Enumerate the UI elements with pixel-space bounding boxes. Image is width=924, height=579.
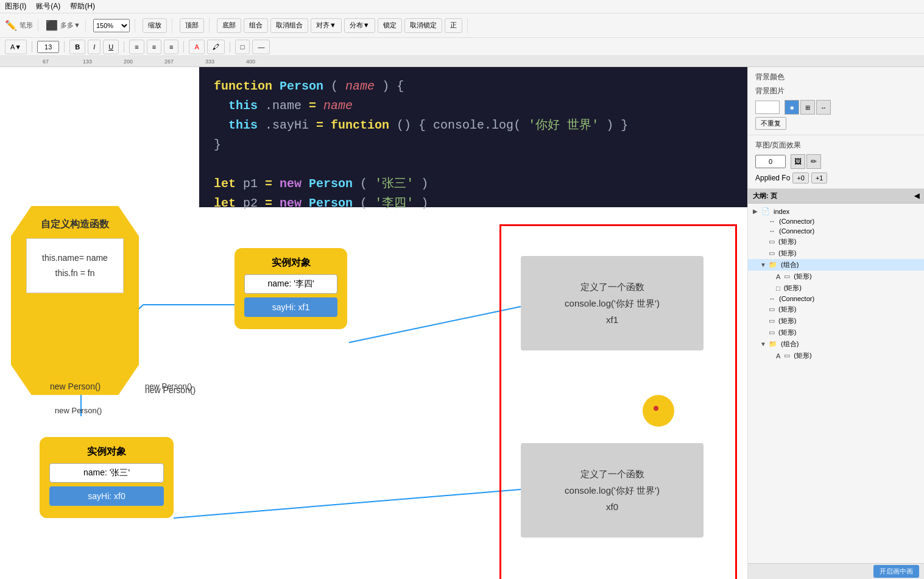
effect-icon-1[interactable]: 🖼 (791, 154, 805, 169)
layer-item-connector-1[interactable]: ↔ (Connector) (748, 216, 924, 226)
code-line-5 (214, 155, 733, 174)
instance1-name-field: name: '李四' (244, 274, 337, 294)
canvas-area[interactable]: function Person ( name ) { this .name = … (0, 67, 747, 579)
zoom-select[interactable]: 150% 100% 200% (93, 19, 130, 32)
tiling-btn-1[interactable]: ■ (785, 100, 799, 115)
svg-text:267: 267 (164, 59, 174, 65)
code-this-1: this (228, 99, 258, 113)
layer-item-connector-3[interactable]: ↔ (Connector) (748, 294, 924, 304)
function-box-bottom: 定义了一个函数 console.log('你好 世界') xf0 (521, 443, 704, 538)
code-new-2: new (280, 196, 309, 210)
instance2-method-btn[interactable]: sayHi: xf0 (49, 486, 164, 506)
collapse-arrow[interactable]: ◀ (914, 192, 919, 200)
instance1-method-btn[interactable]: sayHi: xf1 (244, 297, 337, 317)
instance1-box: 实例对象 name: '李四' sayHi: xf1 (235, 248, 347, 329)
layer-item-index[interactable]: ▶ 📄 index (748, 206, 924, 216)
line-style-btn[interactable]: — (252, 40, 270, 54)
code-paren-1-close: ) (421, 177, 428, 191)
right-panel: 背景颜色 背景图片 ■ ⊞ ↔ 不重复 草图/页面效果 🖼 ✏ (747, 67, 924, 579)
align-left-btn[interactable]: ≡ (129, 40, 144, 54)
function-text-top: 定义了一个函数 console.log('你好 世界') xf1 (565, 279, 660, 328)
toolbar-group-more: ⬛ 多多▼ (46, 20, 86, 31)
border-btn[interactable]: □ (235, 40, 250, 54)
effect-icon-2[interactable]: ✏ (806, 154, 821, 169)
layer-tree[interactable]: ▶ 📄 index ↔ (Connector) ↔ (Connector) ▭ … (748, 204, 924, 563)
layer-item-a-rect-2[interactable]: A ▭ (矩形) (748, 350, 924, 361)
right-btn[interactable]: 正 (445, 18, 462, 33)
code-brace-close: } (214, 138, 221, 152)
rect-icon-2: ▭ (769, 249, 775, 257)
format-toolbar: A▼ B I U ≡ ≡ ≡ A 🖍 □ — (0, 38, 924, 56)
toolbar-group-actions: 底部 组合 取消组合 对齐▼ 分布▼ 锁定 取消锁定 正 (217, 18, 468, 33)
bg-color-section: 背景颜色 背景图片 ■ ⊞ ↔ 不重复 (748, 67, 924, 135)
align-right-btn[interactable]: ≡ (164, 40, 178, 54)
top-btn[interactable]: 缩放 (143, 18, 167, 33)
tiling-btns: ■ ⊞ ↔ (785, 100, 831, 115)
tiling-btn-2[interactable]: ⊞ (800, 100, 815, 115)
color-btn[interactable]: A (189, 40, 204, 54)
bg-color-btn[interactable]: 🖍 (207, 40, 225, 54)
red-dot (654, 406, 658, 411)
bg-image-label: 背景图片 (755, 86, 917, 96)
code-paren-2: ( (360, 196, 367, 210)
lock-btn[interactable]: 锁定 (378, 18, 402, 33)
svg-text:200: 200 (124, 59, 133, 65)
svg-line-11 (174, 489, 521, 518)
layer-item-rect-2[interactable]: ▭ (矩形) (748, 247, 924, 259)
align-btn[interactable]: 对齐▼ (311, 18, 342, 33)
layer-item-rect-3[interactable]: □ (矩形) (748, 282, 924, 294)
ruler: 67 133 200 267 333 400 (0, 56, 924, 67)
svg-line-10 (349, 307, 521, 343)
layer-item-rect-5[interactable]: ▭ (矩形) (748, 315, 924, 327)
code-dot-name: .name (265, 99, 309, 113)
instance2-name-field: name: '张三' (49, 463, 164, 483)
font-size-input[interactable] (37, 41, 59, 53)
layer-label-connector-2: (Connector) (779, 227, 814, 235)
unlock-btn[interactable]: 取消锁定 (404, 18, 442, 33)
group-btn[interactable]: 组合 (244, 18, 268, 33)
code-dot-sayhi: .sayHi (265, 118, 316, 132)
depth-btn[interactable]: 底部 (217, 18, 241, 33)
pen-icon[interactable]: ✏️ (5, 20, 17, 31)
code-line-2: this .name = name (214, 96, 733, 116)
layer-item-a-rect-1[interactable]: A ▭ (矩形) (748, 271, 924, 282)
code-line-3: this .sayHi = function () { console.log(… (214, 116, 733, 135)
ungroup-btn[interactable]: 取消组合 (270, 18, 308, 33)
menu-bar: 图形(I) 账号(A) 帮助(H) (0, 0, 924, 13)
distribute-btn[interactable]: 分布▼ (344, 18, 375, 33)
bold-btn[interactable]: B (69, 40, 85, 54)
tiling-btn-3[interactable]: ↔ (816, 100, 831, 115)
layer-item-group-2[interactable]: ▼ 📁 (组合) (748, 338, 924, 350)
menu-item-help[interactable]: 帮助(H) (70, 1, 95, 12)
bg-color-swatch[interactable] (755, 101, 780, 114)
toolbar-group-pen: ✏️ 笔形 (5, 20, 38, 31)
layer-item-rect-1[interactable]: ▭ (矩形) (748, 236, 924, 247)
plus1-btn[interactable]: +1 (811, 172, 828, 183)
constructor-body-box: this.name= namethis.fn = fn (26, 238, 124, 293)
open-draw-btn[interactable]: 开启画中画 (873, 565, 919, 578)
svg-text:400: 400 (246, 59, 255, 65)
bottom-bar: 开启画中画 (748, 563, 924, 579)
more-icon[interactable]: ⬛ (46, 20, 58, 31)
underline-btn[interactable]: U (103, 40, 119, 54)
layer-label-a-rect-1: (矩形) (794, 272, 811, 281)
format-font-btn[interactable]: A▼ (5, 40, 27, 54)
align-center-btn[interactable]: ≡ (147, 40, 161, 54)
bottom-btn[interactable]: 顶部 (180, 18, 204, 33)
menu-item-figure[interactable]: 图形(I) (5, 1, 26, 12)
plus0-btn[interactable]: +0 (792, 172, 809, 183)
code-str-hello: '你好 世界' (528, 118, 599, 132)
layer-item-rect-6[interactable]: ▭ (矩形) (748, 327, 924, 338)
toolbar-group-bottom: 顶部 (180, 18, 210, 33)
menu-item-account[interactable]: 账号(A) (36, 1, 60, 12)
layer-item-group-1[interactable]: ▼ 📁 (组合) (748, 259, 924, 271)
expand-index: ▶ (753, 208, 759, 215)
main-area: function Person ( name ) { this .name = … (0, 67, 924, 579)
italic-btn[interactable]: I (88, 40, 101, 54)
layer-item-connector-2[interactable]: ↔ (Connector) (748, 226, 924, 236)
not-repeat-btn[interactable]: 不重复 (755, 117, 786, 130)
octagon-yellow: 自定义构造函数 this.name= namethis.fn = fn (11, 206, 139, 395)
separator-5 (230, 41, 230, 52)
page-effect-input[interactable] (755, 155, 786, 168)
layer-item-rect-4[interactable]: ▭ (矩形) (748, 304, 924, 315)
